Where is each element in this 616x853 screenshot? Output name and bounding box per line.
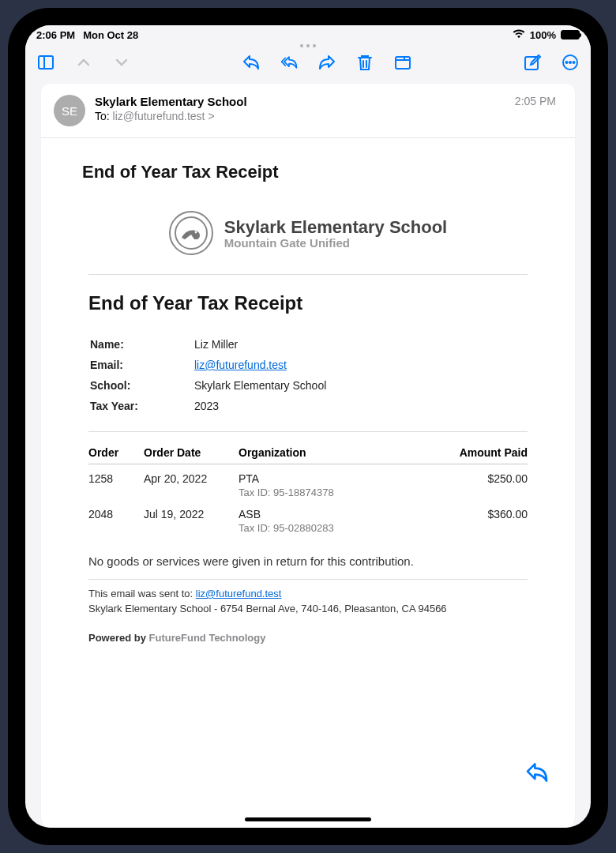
detail-label-year: Tax Year: [90,396,193,415]
org-name: Skylark Elementary School [224,217,447,238]
cell-org: PTA [239,472,407,485]
subject: End of Year Tax Receipt [82,162,528,182]
col-org: Organization [239,440,407,464]
cell-tax-id: Tax ID: 95-18874378 [239,487,407,498]
col-amount: Amount Paid [407,440,528,464]
svg-point-7 [573,62,575,63]
footer-address: Skylark Elementary School - 6754 Bernal … [88,603,528,614]
cell-org: ASB [239,508,407,520]
toolbar [25,44,591,81]
message-time: 2:05 PM [515,95,556,107]
detail-label-name: Name: [90,335,193,354]
svg-rect-2 [396,57,410,69]
more-icon[interactable] [559,51,581,73]
avatar: SE [54,95,85,126]
cell-order: 2048 [88,500,144,535]
reply-floating-icon[interactable] [524,760,553,788]
next-message-icon[interactable] [111,51,133,73]
divider [88,274,528,275]
message-header[interactable]: SE Skylark Elementary School To: liz@fut… [41,84,575,138]
to-address: liz@futurefund.test [113,110,205,122]
cell-amount: $250.00 [407,464,528,501]
org-block: Skylark Elementary School Mountain Gate … [88,211,528,255]
svg-rect-0 [39,56,53,69]
cell-order: 1258 [88,464,144,501]
footer-sent-to-email[interactable]: liz@futurefund.test [196,588,282,599]
trash-icon[interactable] [354,51,376,73]
sidebar-toggle-icon[interactable] [35,51,57,73]
status-battery-text: 100% [530,29,556,41]
table-row: 2048 Jul 19, 2022 ASB Tax ID: 95-0288028… [88,500,528,535]
status-date: Mon Oct 28 [83,29,138,41]
divider [88,579,528,580]
prev-message-icon[interactable] [73,51,95,73]
table-row: 1258 Apr 20, 2022 PTA Tax ID: 95-1887437… [88,464,528,501]
divider [88,431,528,432]
message-body: End of Year Tax Receipt Skylark Elementa… [41,138,575,828]
cell-tax-id: Tax ID: 95-02880283 [239,522,407,534]
svg-point-6 [569,62,571,63]
disclaimer-text: No goods or services were given in retur… [88,554,528,568]
powered-by-label: Powered by [88,632,146,644]
recipient-line[interactable]: To: liz@futurefund.test > [95,110,505,122]
home-indicator[interactable] [245,817,371,821]
reply-icon[interactable] [240,51,262,73]
org-district: Mountain Gate Unified [224,236,447,250]
detail-value-year: 2023 [194,396,526,415]
message-card: SE Skylark Elementary School To: liz@fut… [41,84,575,828]
battery-icon [561,30,580,39]
powered-by-brand[interactable]: FutureFund Technology [149,632,266,644]
sender-name: Skylark Elementary School [95,95,505,108]
archive-icon[interactable] [392,51,414,73]
forward-icon[interactable] [316,51,338,73]
details-table: Name: Liz Miller Email: liz@futurefund.t… [88,333,528,417]
reply-all-icon[interactable] [278,51,300,73]
col-date: Order Date [144,440,239,464]
detail-value-email[interactable]: liz@futurefund.test [194,359,287,371]
doc-title: End of Year Tax Receipt [88,292,528,314]
orders-table: Order Order Date Organization Amount Pai… [88,440,528,535]
status-time: 2:06 PM [36,29,75,41]
cell-date: Jul 19, 2022 [144,500,239,535]
status-bar: 2:06 PM Mon Oct 28 100% [25,25,591,44]
to-suffix: > [208,110,214,122]
detail-label-email: Email: [90,355,193,374]
school-logo-icon [169,211,213,255]
to-label: To: [95,110,110,122]
compose-icon[interactable] [521,51,543,73]
wifi-icon [513,29,525,41]
svg-point-9 [194,231,197,234]
cell-amount: $360.00 [407,500,528,535]
detail-value-school: Skylark Elementary School [194,376,526,395]
footer-sent-to-label: This email was sent to: [88,588,193,599]
detail-value-name: Liz Miller [194,335,526,354]
detail-label-school: School: [90,376,193,395]
cell-date: Apr 20, 2022 [144,464,239,501]
screen: 2:06 PM Mon Oct 28 100% [25,25,591,828]
multitask-dots-icon[interactable] [300,44,316,47]
col-order: Order [88,440,144,464]
footer-block: This email was sent to: liz@futurefund.t… [88,588,528,644]
svg-point-5 [566,62,568,63]
ipad-frame: 2:06 PM Mon Oct 28 100% [8,8,608,845]
